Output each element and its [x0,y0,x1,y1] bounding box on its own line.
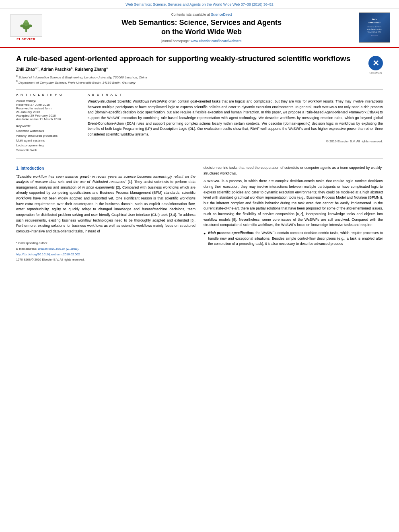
crossmark-label: CrossMark [368,71,383,74]
keyword-5: Semantic Web [16,148,80,153]
journal-homepage: journal homepage: www.elsevier.com/locat… [52,39,351,43]
abstract-column: A B S T R A C T Weakly-structured Scient… [88,93,383,153]
article-rule-mid [16,158,383,159]
article-info-column: A R T I C L E I N F O Article history: R… [16,93,80,153]
bullet-dot-icon: ● [204,231,206,247]
doi-line: http://dx.doi.org/10.1016/j.websem.2016.… [16,252,195,257]
author-zhili-zhao: Zhili Zhao [16,68,35,72]
journal-reference-text: Web Semantics: Science, Services and Age… [125,2,274,6]
email-link[interactable]: zhaozhl@lzu.edu.cn (Z. Zhao). [38,247,79,251]
svg-point-5 [28,25,32,27]
keyword-2: Weakly-structured processes [16,134,80,138]
body-left-col: 1. Introduction "Scientific workflow has… [16,165,195,263]
authors-line: Zhili Zhaoa,*, Adrian Paschkeb, Ruisheng… [16,67,383,72]
elsevier-tree-image [10,14,42,37]
affiliation-a: a School of Information Science & Engine… [16,74,383,79]
svg-point-4 [20,25,25,27]
doi-link[interactable]: http://dx.doi.org/10.1016/j.websem.2016.… [16,253,80,256]
sciencedirect-link[interactable]: ScienceDirect [211,12,232,16]
affiliation-b: b Department of Computer Science, Freie … [16,80,383,84]
main-content: ✕ CrossMark A rule-based agent-oriented … [0,48,399,271]
homepage-link[interactable]: www.elsevier.com/locate/websem [191,39,242,43]
footer-notes: * Corresponding author. E-mail address: … [16,239,195,262]
body-two-col: 1. Introduction "Scientific workflow has… [16,165,383,263]
affiliations: a School of Information Science & Engine… [16,74,383,84]
received-date: Received 27 June 2015 [16,103,80,107]
keywords-label: Keywords: [16,124,80,128]
intro-para-1: "Scientific workflow has seen massive gr… [16,174,195,234]
right-para-2: A WsSWF is a process, in which there are… [204,179,383,228]
journal-main-title: Web Semantics: Science, Services and Age… [52,18,351,37]
journal-title-block: Contents lists available at ScienceDirec… [44,12,359,43]
abstract-heading: A B S T R A C T [88,93,383,97]
journal-cover-image: WebSemantics Science, Servicesand Agents… [359,12,390,43]
body-right-col: decision-centric tasks that need the coo… [204,165,383,263]
article-rule-top [16,89,383,90]
accepted-date: Accepted 29 February 2016 [16,114,80,117]
contents-line: Contents lists available at ScienceDirec… [52,12,351,16]
abstract-text: Weakly-structured Scientific Workflows (… [88,99,383,137]
bullet-rich-process: ● Rich process specification: the WsSWFs… [204,230,383,247]
journal-reference: Web Semantics: Science, Services and Age… [0,0,399,8]
email-line: E-mail address: zhaozhl@lzu.edu.cn (Z. Z… [16,246,195,251]
svg-point-3 [24,20,28,23]
keywords-list: Scientific workflows Weakly-structured p… [16,129,80,153]
journal-header: ELSEVIER Contents lists available at Sci… [0,8,399,48]
crossmark-badge: ✕ CrossMark [368,56,383,74]
keyword-3: Multi-agent systems [16,138,80,143]
paper-title: A rule-based agent-oriented approach for… [16,54,383,64]
copyright-line: © 2016 Elsevier B.V. All rights reserved… [88,140,383,143]
article-info-abstract: A R T I C L E I N F O Article history: R… [16,93,383,153]
article-info-heading: A R T I C L E I N F O [16,93,80,97]
revised-date: 21 January 2016 [16,110,80,114]
journal-cover: WebSemantics Science, Servicesand Agents… [359,12,391,43]
body-section: 1. Introduction "Scientific workflow has… [16,165,383,263]
keyword-1: Scientific workflows [16,129,80,134]
author-adrian-paschke: Adrian Paschke [41,68,71,72]
history-label: Article history: [16,99,80,103]
available-date: Available online 11 March 2016 [16,117,80,121]
crossmark-circle: ✕ [368,56,383,70]
right-para-1: decision-centric tasks that need the coo… [204,165,383,176]
corresponding-author: * Corresponding author. [16,241,195,246]
bullet-rich-process-text: Rich process specification: the WsSWFs c… [208,230,383,247]
intro-heading: 1. Introduction [16,165,195,172]
revised-label: Received in revised form [16,107,80,110]
elsevier-logo: ELSEVIER [8,14,44,41]
issn-line: 1570-8268/© 2016 Elsevier B.V. All right… [16,257,195,262]
keyword-4: Logic programming [16,143,80,148]
author-ruisheng-zhang: Ruisheng Zhang [75,68,106,72]
elsevier-brand-text: ELSEVIER [16,37,36,41]
